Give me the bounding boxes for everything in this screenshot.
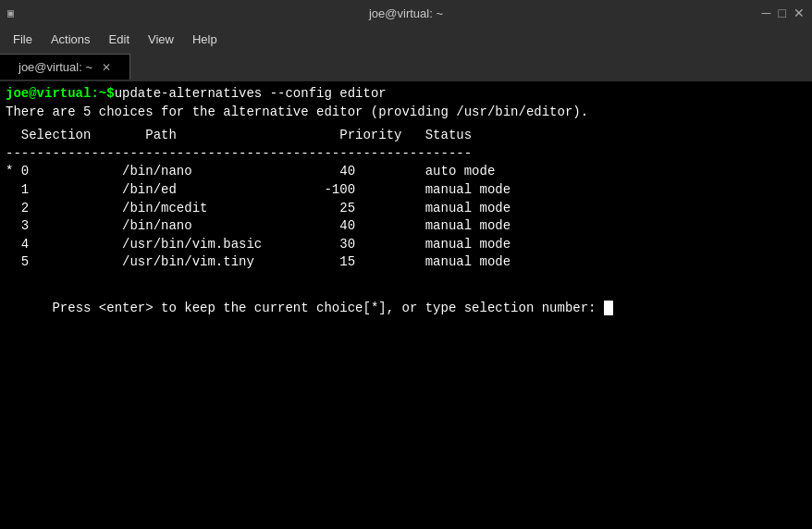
titlebar-title: joe@virtual: ~ [369, 6, 443, 20]
minimize-button[interactable]: ─ [762, 6, 771, 19]
table-row: 3 /bin/nano 40 manual mode [6, 217, 806, 236]
table-row: 1 /bin/ed -100 manual mode [6, 181, 806, 200]
titlebar: ▣ joe@virtual: ~ ─ □ ✕ [0, 0, 812, 26]
output-line-1: There are 5 choices for the alternative … [6, 104, 806, 122]
prompt-user: joe@virtual [6, 85, 91, 104]
window-icon: ▣ [7, 6, 14, 20]
table-row: 2 /bin/mcedit 25 manual mode [6, 200, 806, 218]
menu-actions[interactable]: Actions [42, 29, 100, 50]
maximize-button[interactable]: □ [779, 6, 786, 19]
menu-help[interactable]: Help [183, 29, 227, 50]
table-header: Selection Path Priority Status [6, 127, 806, 145]
menu-edit[interactable]: Edit [100, 29, 139, 50]
close-button[interactable]: ✕ [794, 6, 805, 19]
prompt-command: update-alternatives --config editor [115, 85, 387, 104]
terminal-window: ▣ joe@virtual: ~ ─ □ ✕ File Actions Edit… [0, 0, 812, 529]
titlebar-controls: ─ □ ✕ [762, 6, 805, 19]
prompt-dir: :~$ [91, 85, 114, 104]
tab-main[interactable]: joe@virtual: ~ ✕ [0, 54, 130, 80]
table-divider: ----------------------------------------… [6, 145, 806, 164]
menubar: File Actions Edit View Help [0, 26, 812, 52]
bottom-prompt-text: Press <enter> to keep the current choice… [52, 301, 604, 315]
bottom-prompt: Press <enter> to keep the current choice… [6, 281, 806, 336]
table-row: 5 /usr/bin/vim.tiny 15 manual mode [6, 253, 806, 272]
table-row: * 0 /bin/nano 40 auto mode [6, 163, 806, 181]
tabbar: joe@virtual: ~ ✕ [0, 52, 812, 81]
table-row: 4 /usr/bin/vim.basic 30 manual mode [6, 236, 806, 254]
menu-file[interactable]: File [4, 29, 42, 50]
tab-label: joe@virtual: ~ [18, 60, 92, 74]
tab-close-button[interactable]: ✕ [102, 61, 111, 74]
prompt-line: joe@virtual:~$ update-alternatives --con… [6, 85, 806, 104]
cursor [604, 301, 613, 315]
titlebar-left: ▣ [7, 6, 14, 20]
terminal-content[interactable]: joe@virtual:~$ update-alternatives --con… [0, 81, 812, 529]
menu-view[interactable]: View [139, 29, 183, 50]
